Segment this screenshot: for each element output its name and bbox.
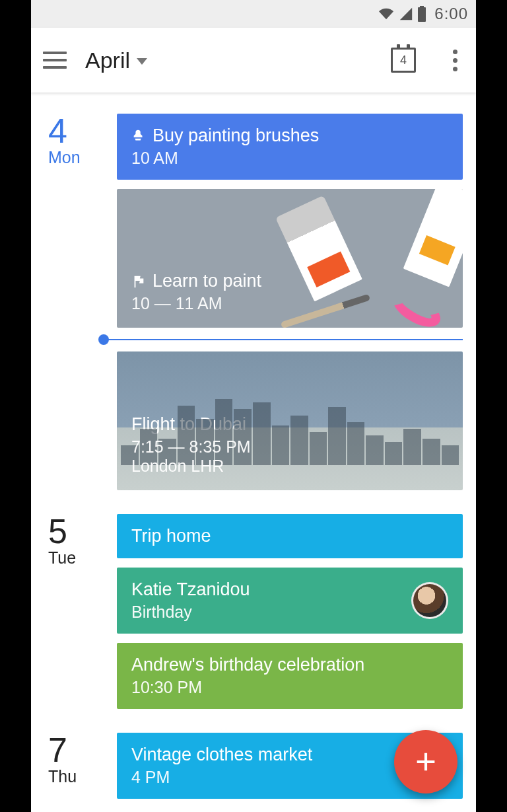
chevron-down-icon: [137, 58, 147, 65]
status-time: 6:00: [434, 5, 468, 23]
event-title: Katie Tzanidou: [131, 579, 250, 600]
create-event-fab[interactable]: [394, 730, 457, 794]
event-title: Buy painting brushes: [152, 126, 319, 146]
month-dropdown[interactable]: April: [85, 48, 147, 73]
month-label: April: [85, 48, 130, 73]
battery-icon: [417, 6, 426, 22]
app-bar: April 4: [31, 28, 476, 92]
date-column: 7Thu: [44, 733, 104, 799]
event-title: Vintage clothes market: [131, 745, 312, 765]
date-number: 5: [48, 514, 104, 548]
event-card[interactable]: Trip home: [117, 514, 463, 558]
menu-icon[interactable]: [43, 48, 67, 72]
day-block: 5TueTrip homeKatie TzanidouBirthdayAndre…: [44, 514, 463, 709]
event-title: Andrew's birthday celebration: [131, 655, 364, 675]
overflow-menu-icon[interactable]: [446, 43, 464, 78]
day-block: 4MonBuy painting brushes10 AMLearn to pa…: [44, 114, 463, 490]
status-bar: 6:00: [31, 0, 476, 28]
cell-signal-icon: [399, 7, 413, 21]
event-subtitle: Birthday: [131, 603, 448, 622]
events-column: Buy painting brushes10 AMLearn to paint1…: [117, 114, 463, 490]
events-column: Trip homeKatie TzanidouBirthdayAndrew's …: [117, 514, 463, 709]
event-time: 7:15 — 8:35 PM: [131, 437, 448, 457]
event-card[interactable]: Katie TzanidouBirthday: [117, 568, 463, 634]
date-day-of-week: Mon: [48, 148, 104, 167]
date-day-of-week: Thu: [48, 767, 104, 786]
today-button[interactable]: 4: [391, 48, 416, 73]
event-location: London LHR: [131, 457, 448, 476]
event-title: Trip home: [131, 526, 211, 546]
event-card[interactable]: Buy painting brushes10 AM: [117, 114, 463, 180]
event-time: 10:30 PM: [131, 678, 448, 697]
schedule-list[interactable]: 4MonBuy painting brushes10 AMLearn to pa…: [31, 92, 476, 812]
plus-icon: [413, 749, 439, 775]
event-card[interactable]: Learn to paint10 — 11 AM: [117, 189, 463, 328]
today-day-number: 4: [400, 54, 407, 67]
flag-icon: [131, 274, 146, 289]
date-column: 5Tue: [44, 514, 104, 709]
contact-avatar: [411, 582, 448, 619]
date-column: 4Mon: [44, 114, 104, 490]
event-time: 10 — 11 AM: [131, 294, 448, 313]
event-card[interactable]: Andrew's birthday celebration10:30 PM: [117, 643, 463, 709]
event-card[interactable]: Flight to Dubai7:15 — 8:35 PMLondon LHR: [117, 351, 463, 490]
event-title: Learn to paint: [152, 271, 261, 291]
wifi-icon: [378, 7, 395, 21]
reminder-icon: [131, 129, 146, 143]
date-number: 7: [48, 733, 104, 767]
event-time: 10 AM: [131, 149, 448, 168]
date-number: 4: [48, 114, 104, 148]
date-day-of-week: Tue: [48, 548, 104, 568]
